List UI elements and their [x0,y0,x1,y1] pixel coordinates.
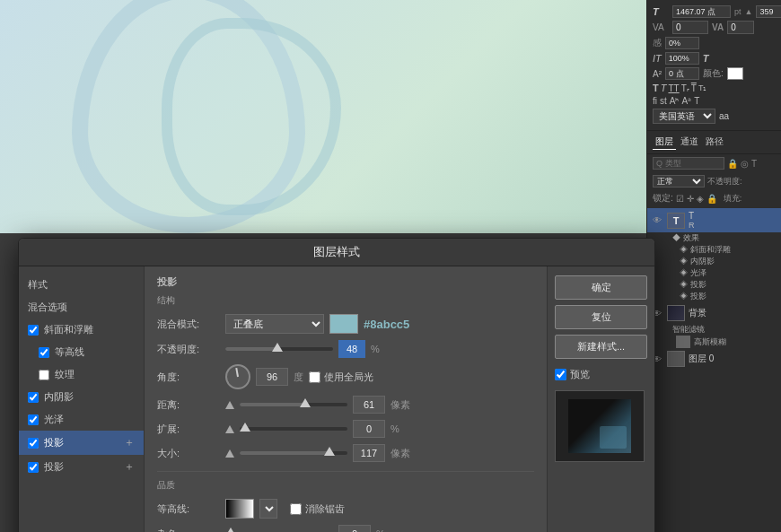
satin-checkbox[interactable] [28,414,39,425]
blend-mode-select[interactable]: 正常 [653,175,705,188]
character-panel: T pt ▲ VA VA 感 IT T A² 颜色: T [647,0,781,131]
color-swatch-mini[interactable] [727,67,743,80]
effect-drop-shadow2: ◈ 投影 [672,291,781,302]
noise-thumb[interactable] [225,528,236,532]
texture-label: 纹理 [55,368,75,381]
contour-select[interactable]: ▼ [259,499,277,519]
layer-bg-item[interactable]: 👁 背景 [647,302,781,324]
dialog-action-buttons: 确定 复位 新建样式... 预览 [547,266,654,532]
lock-pos-icon: ✛ [687,194,694,204]
anti-alias-checkbox[interactable] [290,503,302,515]
add-icon2[interactable]: ＋ [124,459,135,475]
smart-filter-group: 智能滤镜 高斯模糊 [647,324,781,348]
blend-mode-label: 混合模式: [157,318,220,331]
confirm-button[interactable]: 确定 [555,275,647,300]
scale-percent-input[interactable] [665,37,699,49]
spread-slider-container: % [225,420,534,438]
layer-text-item[interactable]: 👁 T T R [647,208,781,232]
style-item-texture[interactable]: 纹理 [19,363,144,386]
spread-value-input[interactable] [353,420,385,438]
use-global-light-checkbox[interactable] [309,371,320,383]
font-size-input[interactable] [672,5,731,18]
va-label: VA [653,22,669,32]
layer-bg-thumb [667,305,685,321]
drop-shadow-color-swatch[interactable] [329,314,358,334]
new-style-button[interactable]: 新建样式... [555,335,647,359]
it-label: IT [653,53,662,64]
distance-slider-container: 像素 [225,396,534,414]
tab-channels[interactable]: 通道 [678,135,701,150]
layer-search-input[interactable] [653,157,724,170]
style-item-inner-shadow[interactable]: 内阴影 [19,386,144,408]
use-global-light-label: 使用全局光 [324,371,373,384]
drop-shadow2-checkbox[interactable] [28,462,39,473]
distance-label: 距离: [157,398,220,412]
contour-checkbox[interactable] [39,347,49,358]
distance-track[interactable] [240,403,347,406]
style-item-bevel[interactable]: 斜面和浮雕 [19,318,144,341]
style-item-contour[interactable]: 等高线 [19,341,144,363]
add-icon1[interactable]: ＋ [124,435,135,450]
section-drop-shadow: 投影 [157,275,534,289]
layer-0-name: 图层 0 [689,353,714,365]
texture-checkbox[interactable] [39,370,49,380]
opacity-form-label: 不透明度: [157,343,220,356]
blend-mode-select-dialog[interactable]: 正叠底 正常 滤色 [225,314,324,334]
layer-text-thumb: T [667,213,685,229]
lock-icon: 🔒 [727,159,738,169]
angle-row: 角度: 度 使用全局光 [157,364,534,389]
baseline-input[interactable] [665,67,699,80]
layer-style-dialog: 图层样式 样式 混合选项 斜面和浮雕 等高线 纹理 [18,238,655,532]
contour-row: 等高线: ▼ 消除锯齿 [157,499,534,519]
font-style-Ti: T [661,83,667,93]
size-value-input[interactable] [353,444,385,462]
contour-curve[interactable] [225,499,254,519]
blend-row: 正常 不透明度: [647,172,781,190]
leading-input[interactable] [756,5,781,18]
drop-shadow1-checkbox[interactable] [28,438,39,449]
style-item-styles[interactable]: 样式 [19,274,144,296]
spread-unit: % [390,423,399,434]
distance-thumb[interactable] [300,398,311,407]
quality-label: 品质 [157,479,534,492]
style-item-blend-options[interactable]: 混合选项 [19,296,144,318]
style-item-drop-shadow1[interactable]: 投影 ＋ [19,431,144,455]
horizontal-scale-input[interactable] [665,52,699,65]
noise-value-input[interactable] [338,525,371,532]
opacity-row: 不透明度: % [157,340,534,358]
language-select[interactable]: 美国英语 [653,109,715,124]
bevel-checkbox[interactable] [28,325,39,336]
tab-layers[interactable]: 图层 [653,135,676,150]
tracking-input[interactable] [727,21,754,34]
eye-icon-text[interactable]: 👁 [653,215,663,225]
t-final: T [694,96,699,106]
preview-checkbox[interactable] [555,369,566,380]
style-item-satin[interactable]: 光泽 [19,408,144,431]
effect-drop-shadow1: ◈ 投影 [672,279,781,291]
opacity-thumb[interactable] [272,343,283,352]
layer-0-item[interactable]: 👁 图层 0 [647,348,781,370]
degree-label: 度 [294,371,303,384]
style-item-drop-shadow2[interactable]: 投影 ＋ [19,455,144,479]
effect-bevel: ◈ 斜面和浮雕 [672,244,781,256]
tab-paths[interactable]: 路径 [703,135,726,150]
opacity-track[interactable] [225,347,333,351]
inner-shadow-checkbox[interactable] [28,392,39,403]
opacity-unit: % [371,344,380,354]
spread-track[interactable] [240,427,347,431]
spread-thumb[interactable] [240,423,250,432]
fi-label: fi [653,96,657,106]
size-track[interactable] [240,451,347,455]
opacity-value-input[interactable] [338,340,365,358]
angle-dial[interactable] [225,364,250,389]
size-slider-container: 像素 [225,444,534,462]
dialog-body: 样式 混合选项 斜面和浮雕 等高线 纹理 内阴影 [19,266,654,532]
reset-button[interactable]: 复位 [555,305,647,329]
t-icon: T [751,159,757,169]
distance-value-input[interactable] [353,396,385,414]
size-unit: 像素 [390,447,410,460]
angle-value-input[interactable] [256,368,288,386]
kerning-input[interactable] [672,21,708,34]
size-thumb[interactable] [324,447,335,456]
font-style-T: T [653,83,659,93]
